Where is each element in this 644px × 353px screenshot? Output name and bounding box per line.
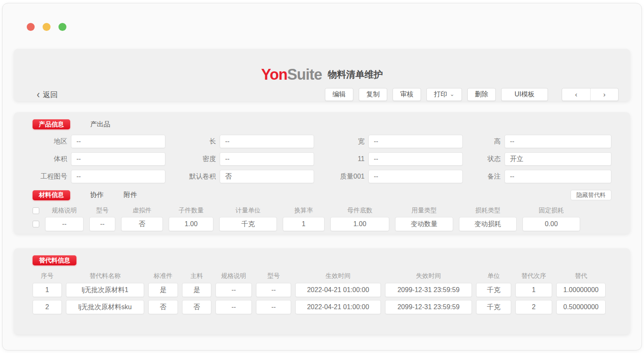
quality001-input[interactable]: -- xyxy=(368,170,463,183)
material-tabs: 材料信息 协作 附件 隐藏替代料 xyxy=(33,190,611,200)
logo-suite: Suite xyxy=(287,66,322,83)
main-cell[interactable]: 是 xyxy=(182,283,211,297)
effective-cell[interactable]: 2022-04-21 01:00:00 xyxy=(295,283,381,297)
delete-button[interactable]: 删除 xyxy=(467,88,496,101)
col-header: 标准件 xyxy=(148,272,178,280)
back-chevron-icon: ‹ xyxy=(37,89,40,100)
col-header: 替代 xyxy=(556,272,606,280)
field-volume: 体积 -- xyxy=(33,152,165,166)
spec-cell[interactable]: -- xyxy=(216,300,252,314)
close-window-icon[interactable] xyxy=(27,23,35,31)
tab-collaboration[interactable]: 协作 xyxy=(90,191,104,199)
region-input[interactable]: -- xyxy=(71,135,165,148)
field-label: 密度 xyxy=(181,155,220,164)
yonsuite-logo: YonSuite xyxy=(261,67,322,82)
standard-cell[interactable]: 是 xyxy=(148,283,178,297)
tab-attachment[interactable]: 附件 xyxy=(124,191,137,199)
spec-cell[interactable]: -- xyxy=(216,283,252,297)
height-input[interactable]: -- xyxy=(505,135,611,148)
fixed-loss-cell[interactable]: 0.00 xyxy=(522,217,580,231)
expire-cell[interactable]: 2099-12-31 23:59:59 xyxy=(385,300,472,314)
col-header: 型号 xyxy=(256,272,291,280)
copy-button[interactable]: 复制 xyxy=(359,88,387,101)
conv-rate-cell[interactable]: 1 xyxy=(283,217,325,231)
field-density: 密度 -- xyxy=(181,152,314,166)
col-header: 规格说明 xyxy=(45,207,84,214)
sub-order-cell[interactable]: 2 xyxy=(515,300,552,314)
main-panel: 产品信息 产出品 地区 -- 长 -- 宽 -- 高 -- 体积 -- xyxy=(14,112,630,234)
field-11: 11 -- xyxy=(330,152,463,166)
row-checkbox[interactable] xyxy=(33,221,39,227)
sub-ratio-cell[interactable]: 0.50000000 xyxy=(556,300,606,314)
length-input[interactable]: -- xyxy=(220,135,314,148)
col-header: 失效时间 xyxy=(385,272,472,280)
effective-cell[interactable]: 2022-04-21 01:00:00 xyxy=(295,300,381,314)
density-input[interactable]: -- xyxy=(220,152,314,166)
width-input[interactable]: -- xyxy=(368,135,463,148)
substitute-tabs: 替代料信息 xyxy=(33,248,611,265)
parent-base-cell[interactable]: 1.00 xyxy=(330,217,389,231)
toolbar: ‹ 返回 编辑 复制 审核 打印 ⌄ 删除 UI模板 ‹ › xyxy=(14,88,630,101)
unit-cell[interactable]: 千克 xyxy=(476,283,511,297)
field-width: 宽 -- xyxy=(330,135,463,148)
tab-product-info[interactable]: 产品信息 xyxy=(33,119,70,129)
seq-cell[interactable]: 2 xyxy=(33,300,62,314)
audit-button[interactable]: 审核 xyxy=(393,88,421,101)
seq-cell[interactable]: 1 xyxy=(33,283,62,297)
model-cell[interactable]: -- xyxy=(256,300,291,314)
col-header: 序号 xyxy=(33,272,62,280)
page-title: 物料清单维护 xyxy=(328,68,383,82)
minimize-window-icon[interactable] xyxy=(43,23,51,31)
field-height: 高 -- xyxy=(479,135,611,148)
remark-input[interactable]: -- xyxy=(505,170,611,183)
material-table-header: 规格说明 型号 虚拟件 子件数量 计量单位 换算率 母件底数 用量类型 损耗类型… xyxy=(33,207,611,214)
field-default-convolution: 默认卷积 否 xyxy=(181,170,314,183)
field-remark: 备注 -- xyxy=(479,170,611,183)
model-cell[interactable]: -- xyxy=(89,217,115,231)
volume-input[interactable]: -- xyxy=(71,152,165,166)
status-input[interactable]: 开立 xyxy=(505,152,611,166)
hide-substitute-button[interactable]: 隐藏替代料 xyxy=(570,190,611,200)
spec-cell[interactable]: -- xyxy=(45,217,84,231)
field-label: 宽 xyxy=(330,137,368,146)
substitute-table-header: 序号 替代料名称 标准件 主料 规格说明 型号 生效时间 失效时间 单位 替代次… xyxy=(33,272,611,280)
standard-cell[interactable]: 否 xyxy=(148,300,178,314)
next-record-button[interactable]: › xyxy=(590,88,618,101)
loss-type-cell[interactable]: 变动损耗 xyxy=(459,217,517,231)
virtual-cell[interactable]: 否 xyxy=(121,217,163,231)
sub-ratio-cell[interactable]: 1.00000000 xyxy=(556,283,606,297)
tab-output-product[interactable]: 产出品 xyxy=(90,120,110,129)
tab-substitute-info[interactable]: 替代料信息 xyxy=(33,255,76,265)
model-cell[interactable]: -- xyxy=(256,283,291,297)
logo-row: YonSuite 物料清单维护 xyxy=(14,49,630,82)
field-label: 工程图号 xyxy=(33,172,71,181)
col-header: 计量单位 xyxy=(219,207,277,214)
field-11-input[interactable]: -- xyxy=(368,152,463,166)
tab-material-info[interactable]: 材料信息 xyxy=(33,190,70,200)
col-header: 母件底数 xyxy=(330,207,389,214)
field-label: 备注 xyxy=(479,172,505,181)
expire-cell[interactable]: 2099-12-31 23:59:59 xyxy=(385,283,472,297)
print-dropdown-button[interactable]: 打印 ⌄ xyxy=(426,88,462,101)
sub-name-cell[interactable]: lj无批次原材料1 xyxy=(66,283,144,297)
sub-name-cell[interactable]: lj无批次原材料sku xyxy=(66,300,144,314)
sub-order-cell[interactable]: 1 xyxy=(515,283,552,297)
action-buttons: 编辑 复制 审核 打印 ⌄ 删除 UI模板 ‹ › xyxy=(325,88,619,101)
record-nav: ‹ › xyxy=(562,88,619,101)
default-convolution-input[interactable]: 否 xyxy=(220,170,314,183)
select-all-checkbox[interactable] xyxy=(33,207,39,214)
child-qty-cell[interactable]: 1.00 xyxy=(169,217,213,231)
prev-record-button[interactable]: ‹ xyxy=(562,88,590,101)
back-button[interactable]: ‹ 返回 xyxy=(37,90,58,100)
ui-template-button[interactable]: UI模板 xyxy=(501,88,548,101)
header-panel: YonSuite 物料清单维护 ‹ 返回 编辑 复制 审核 打印 ⌄ 删除 UI… xyxy=(14,49,630,101)
maximize-window-icon[interactable] xyxy=(58,23,66,31)
unit-cell[interactable]: 千克 xyxy=(219,217,277,231)
main-cell[interactable]: 否 xyxy=(182,300,211,314)
drawing-no-input[interactable]: -- xyxy=(71,170,165,183)
material-table-row: -- -- 否 1.00 千克 1 1.00 变动数量 变动损耗 0.00 xyxy=(33,217,611,231)
unit-cell[interactable]: 千克 xyxy=(476,300,511,314)
logo-yon: Yon xyxy=(261,66,287,83)
edit-button[interactable]: 编辑 xyxy=(325,88,353,101)
usage-type-cell[interactable]: 变动数量 xyxy=(395,217,453,231)
